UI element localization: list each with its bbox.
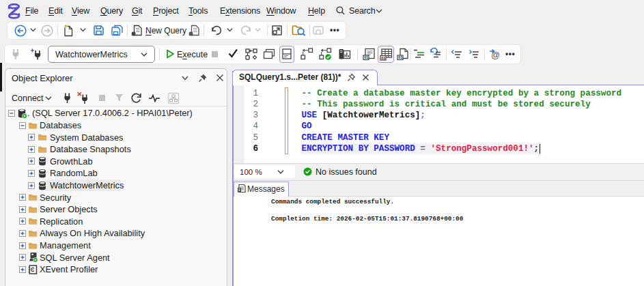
svg-text:01: 01 [381, 56, 385, 60]
svg-text:01: 01 [398, 55, 402, 59]
svg-text:01: 01 [364, 55, 368, 59]
